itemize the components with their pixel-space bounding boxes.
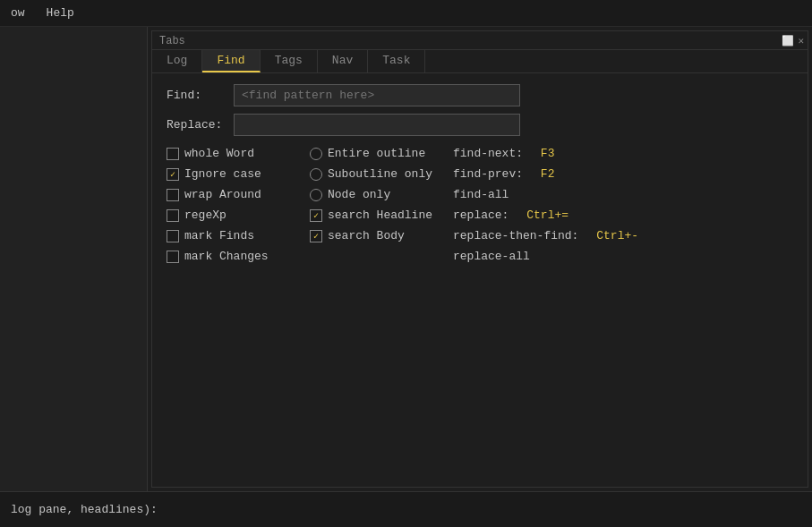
option-suboutline-only[interactable]: Suboutline only xyxy=(310,164,453,184)
ignore-case-label: Ignore case xyxy=(184,167,261,181)
option-mark-changes[interactable]: mark Changes xyxy=(167,246,310,267)
status-text: log pane, headlines): xyxy=(11,503,158,516)
search-headline-checkbox[interactable] xyxy=(310,209,322,222)
menu-help[interactable]: Help xyxy=(43,4,78,21)
shortcut-replace-then-find-key: Ctrl+- xyxy=(596,229,638,242)
status-bar: log pane, headlines): xyxy=(0,491,812,527)
shortcut-replace-then-find: replace-then-find: Ctrl+- xyxy=(453,225,793,246)
search-headline-label: search Headline xyxy=(328,208,432,222)
find-label: Find: xyxy=(167,89,234,102)
mark-finds-checkbox[interactable] xyxy=(167,230,179,242)
shortcut-replace-all: replace-all xyxy=(453,246,793,267)
minimize-icon[interactable]: ⬜ xyxy=(782,35,794,47)
options-grid: whole Word Ignore case wrap Around xyxy=(167,143,793,267)
tabs-panel-title: Tabs xyxy=(159,35,185,47)
whole-word-label: whole Word xyxy=(184,147,254,160)
menubar: ow Help xyxy=(0,0,812,27)
shortcut-find-next-key: F3 xyxy=(541,147,555,160)
shortcut-find-prev: find-prev: F2 xyxy=(453,164,793,184)
option-ignore-case[interactable]: Ignore case xyxy=(167,164,310,184)
ignore-case-checkbox[interactable] xyxy=(167,168,179,181)
mark-changes-label: mark Changes xyxy=(184,250,269,263)
suboutline-only-radio[interactable] xyxy=(310,168,322,181)
radio-col: Entire outline Suboutline only Node only xyxy=(310,143,453,267)
option-mark-finds[interactable]: mark Finds xyxy=(167,225,310,246)
find-content: Find: Replace: whole Word xyxy=(152,73,808,277)
search-body-label: search Body xyxy=(328,229,405,242)
suboutline-only-label: Suboutline only xyxy=(328,167,432,181)
option-entire-outline[interactable]: Entire outline xyxy=(310,143,453,164)
shortcut-replace-all-label: replace-all xyxy=(453,250,530,263)
entire-outline-label: Entire outline xyxy=(328,147,425,160)
close-icon[interactable]: ✕ xyxy=(798,35,804,47)
tabs-panel: Tabs ⬜ ✕ Log Find Tags Nav Task Find: xyxy=(151,30,808,488)
wrap-around-checkbox[interactable] xyxy=(167,189,179,201)
mark-finds-label: mark Finds xyxy=(184,229,254,242)
main-layout: Tabs ⬜ ✕ Log Find Tags Nav Task Find: xyxy=(0,27,812,491)
option-regexp[interactable]: regeXp xyxy=(167,205,310,225)
tab-find[interactable]: Find xyxy=(202,50,260,72)
regexp-checkbox[interactable] xyxy=(167,209,179,222)
shortcuts-col: find-next: F3 find-prev: F2 find-all rep… xyxy=(453,143,793,267)
right-panel: Tabs ⬜ ✕ Log Find Tags Nav Task Find: xyxy=(148,27,812,491)
entire-outline-radio[interactable] xyxy=(310,148,322,160)
find-input[interactable] xyxy=(234,84,520,106)
panel-icons: ⬜ ✕ xyxy=(782,35,804,47)
node-only-label: Node only xyxy=(328,188,390,201)
option-whole-word[interactable]: whole Word xyxy=(167,143,310,164)
shortcut-replace-label: replace: xyxy=(453,208,509,222)
option-search-headline[interactable]: search Headline xyxy=(310,205,453,225)
regexp-label: regeXp xyxy=(184,208,227,222)
tab-log[interactable]: Log xyxy=(152,50,202,72)
shortcut-find-next-label: find-next: xyxy=(453,147,523,160)
tab-nav[interactable]: Nav xyxy=(318,50,368,72)
option-search-body[interactable]: search Body xyxy=(310,225,453,246)
shortcut-find-prev-key: F2 xyxy=(541,167,555,181)
whole-word-checkbox[interactable] xyxy=(167,148,179,160)
tab-bar: Log Find Tags Nav Task xyxy=(152,50,808,73)
shortcut-replace: replace: Ctrl+= xyxy=(453,205,793,225)
shortcut-find-next: find-next: F3 xyxy=(453,143,793,164)
wrap-around-label: wrap Around xyxy=(184,188,261,201)
mark-changes-checkbox[interactable] xyxy=(167,251,179,263)
shortcut-replace-then-find-label: replace-then-find: xyxy=(453,229,578,242)
tab-task[interactable]: Task xyxy=(368,50,425,72)
shortcut-find-all-label: find-all xyxy=(453,188,509,201)
menu-ow[interactable]: ow xyxy=(7,4,29,21)
shortcut-find-all: find-all xyxy=(453,184,793,205)
shortcut-find-prev-label: find-prev: xyxy=(453,167,523,181)
option-node-only[interactable]: Node only xyxy=(310,184,453,205)
replace-label: Replace: xyxy=(167,118,234,132)
option-wrap-around[interactable]: wrap Around xyxy=(167,184,310,205)
tabs-title-bar: Tabs ⬜ ✕ xyxy=(152,31,808,50)
shortcut-replace-key: Ctrl+= xyxy=(526,208,568,222)
tab-tags[interactable]: Tags xyxy=(261,50,318,72)
search-body-checkbox[interactable] xyxy=(310,230,322,242)
replace-input[interactable] xyxy=(234,114,520,136)
sidebar-content xyxy=(0,27,147,491)
find-row: Find: xyxy=(167,84,793,106)
sidebar xyxy=(0,27,148,491)
checkbox-col: whole Word Ignore case wrap Around xyxy=(167,143,310,267)
node-only-radio[interactable] xyxy=(310,189,322,201)
replace-row: Replace: xyxy=(167,114,793,136)
